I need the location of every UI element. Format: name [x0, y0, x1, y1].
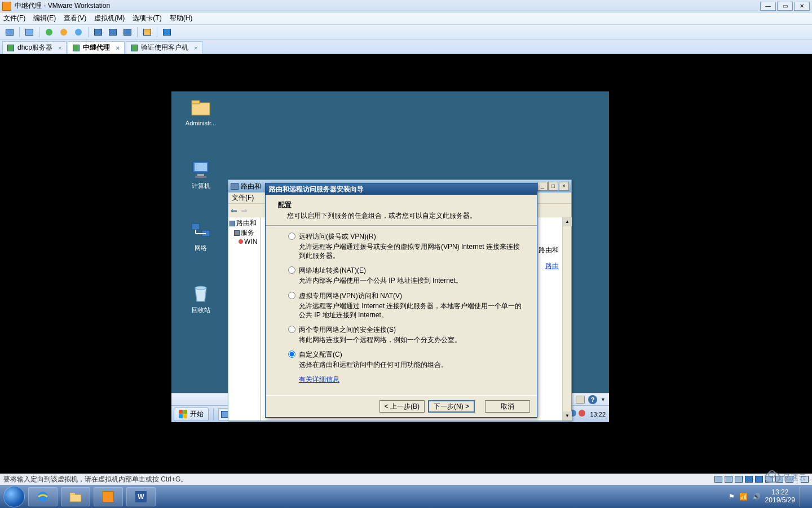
cloud-icon	[765, 472, 780, 483]
tb-reset-icon[interactable]	[72, 27, 85, 38]
option-remote-access[interactable]: 远程访问(拨号或 VPN)(R) 允许远程客户端通过拨号或安全的虚拟专用网络(V…	[288, 232, 522, 260]
svg-point-10	[195, 286, 206, 290]
option-label: 自定义配置(C)	[299, 350, 342, 360]
mmc-close-button[interactable]: ×	[559, 182, 569, 191]
mmc-tree[interactable]: 路由和 服务 WIN	[228, 217, 261, 421]
wizard-titlebar[interactable]: 路由和远程访问服务器安装向导	[266, 183, 537, 195]
tb-power-on-icon[interactable]	[43, 27, 55, 38]
tray-alert-icon[interactable]	[579, 410, 585, 418]
option-nat[interactable]: 网络地址转换(NAT)(E) 允许内部客户端使用一个公共 IP 地址连接到 In…	[288, 266, 522, 285]
win7-tray: ⚑ 📶 🔊 13:22 2019/5/29	[729, 487, 809, 506]
radio-nat[interactable]	[288, 266, 295, 274]
chevron-down-icon[interactable]: ▼	[601, 397, 606, 402]
cancel-button[interactable]: 取消	[485, 400, 530, 413]
icon-label: Administr...	[180, 120, 221, 126]
recycle-bin-icon	[189, 282, 212, 305]
radio-site-to-site[interactable]	[288, 326, 295, 333]
mmc-scrollbar[interactable]	[562, 217, 571, 421]
host-max-button[interactable]: ▭	[777, 2, 793, 11]
tb-library-icon[interactable]	[3, 27, 16, 38]
mmc-fwd-icon[interactable]: ⇒	[241, 206, 248, 215]
status-text: 要将输入定向到该虚拟机，请在虚拟机内部单击或按 Ctrl+G。	[3, 475, 187, 484]
menu-file[interactable]: 文件(F)	[3, 14, 25, 23]
tab-close-icon[interactable]: ×	[116, 45, 119, 51]
option-label: 网络地址转换(NAT)(E)	[299, 266, 366, 275]
device-net2-icon[interactable]	[755, 476, 763, 483]
svg-rect-5	[195, 176, 206, 178]
mmc-menu-file[interactable]: 文件(F)	[232, 193, 254, 203]
svg-rect-4	[197, 174, 204, 176]
svg-rect-13	[179, 414, 183, 418]
mmc-back-icon[interactable]: ⇐	[231, 206, 237, 215]
option-label: 两个专用网络之间的安全连接(S)	[299, 325, 396, 335]
option-desc: 允许内部客户端使用一个公共 IP 地址连接到 Internet。	[288, 276, 522, 285]
option-desc: 将此网络连接到一个远程网络，例如一个分支办公室。	[288, 335, 522, 344]
radio-vpn-nat[interactable]	[288, 292, 295, 299]
content-link[interactable]: 路由	[545, 261, 559, 271]
menu-tabs[interactable]: 选项卡(T)	[133, 14, 161, 23]
next-button[interactable]: 下一步(N) >	[428, 400, 475, 413]
win7-clock-date[interactable]: 2019/5/29	[765, 497, 795, 504]
host-min-button[interactable]: —	[760, 2, 776, 11]
tb-suspend-icon[interactable]	[58, 27, 70, 38]
tray-flag-icon[interactable]: ⚑	[729, 493, 735, 501]
tab-close-icon[interactable]: ×	[194, 45, 197, 51]
radio-custom[interactable]	[288, 351, 295, 358]
mmc-max-button[interactable]: □	[548, 182, 558, 191]
task-explorer[interactable]	[61, 487, 90, 506]
tb-fullscreen-icon[interactable]	[161, 27, 173, 38]
tree-icon	[230, 221, 235, 226]
task-vmware[interactable]	[94, 487, 123, 506]
vm-tab-client[interactable]: 验证使用客户机 ×	[126, 41, 202, 54]
option-custom[interactable]: 自定义配置(C) 选择在路由和远程访问中的任何可用功能的组合。	[288, 350, 522, 369]
task-word[interactable]: W	[126, 487, 156, 506]
more-info-link[interactable]: 有关详细信息	[299, 375, 339, 383]
wizard-heading: 配置	[278, 200, 520, 210]
option-vpn-nat[interactable]: 虚拟专用网络(VPN)访问和 NAT(V) 允许远程客户端通过 Internet…	[288, 291, 522, 319]
win7-start-orb[interactable]	[3, 486, 25, 507]
radio-remote-access[interactable]	[288, 233, 295, 240]
vm-tab-dhcp[interactable]: dhcp服务器 ×	[2, 41, 67, 54]
desktop-icon-computer[interactable]: 计算机	[180, 158, 221, 190]
device-hdd-icon[interactable]	[714, 476, 722, 483]
device-floppy-icon[interactable]	[735, 476, 743, 483]
host-statusbar: 要将输入定向到该虚拟机，请在虚拟机内部单击或按 Ctrl+G。	[0, 474, 812, 485]
menu-edit[interactable]: 编辑(E)	[33, 14, 56, 23]
tab-close-icon[interactable]: ×	[58, 45, 61, 51]
task-ie[interactable]	[28, 487, 58, 506]
win7-clock-time[interactable]: 13:22	[765, 489, 795, 496]
desktop-icon-network[interactable]: 网络	[180, 220, 221, 252]
mmc-min-button[interactable]: _	[537, 182, 548, 191]
vm-icon	[73, 45, 80, 51]
tray-volume-icon[interactable]: 🔊	[752, 493, 761, 501]
host-toolbar	[0, 25, 812, 40]
menu-view[interactable]: 查看(V)	[64, 14, 86, 23]
desktop-icon-admin[interactable]: Administr...	[180, 96, 221, 126]
menu-vm[interactable]: 虚拟机(M)	[94, 14, 125, 23]
show-desktop-button[interactable]	[800, 487, 805, 506]
tb-snapshot-manager-icon[interactable]	[107, 27, 119, 38]
tb-revert-icon[interactable]	[121, 27, 134, 38]
help-icon[interactable]: ?	[588, 395, 597, 404]
device-cd-icon[interactable]	[725, 476, 732, 483]
icon-label: 回收站	[180, 306, 221, 314]
desktop-icon-recycle[interactable]: 回收站	[180, 282, 221, 314]
vm-tab-relay[interactable]: 中继代理 ×	[68, 41, 124, 54]
mmc-title-text: 路由和	[241, 182, 261, 191]
back-button[interactable]: < 上一步(B)	[379, 400, 425, 413]
device-net1-icon[interactable]	[745, 476, 753, 483]
start-button[interactable]: 开始	[174, 408, 209, 421]
option-site-to-site[interactable]: 两个专用网络之间的安全连接(S) 将此网络连接到一个远程网络，例如一个分支办公室…	[288, 325, 522, 344]
keyboard-icon[interactable]	[576, 396, 585, 404]
tree-label: 服务	[241, 228, 254, 238]
tb-unity-icon[interactable]	[141, 27, 153, 38]
option-label: 虚拟专用网络(VPN)访问和 NAT(V)	[299, 291, 402, 301]
host-close-button[interactable]: ✕	[794, 2, 810, 11]
host-title: 中继代理 - VMware Workstation	[15, 1, 110, 11]
host-menubar: 文件(F) 编辑(E) 查看(V) 虚拟机(M) 选项卡(T) 帮助(H)	[0, 12, 812, 25]
guest-clock[interactable]: 13:22	[590, 411, 606, 418]
tray-network-icon[interactable]: 📶	[739, 493, 748, 501]
tb-vm-icon[interactable]	[23, 27, 36, 38]
menu-help[interactable]: 帮助(H)	[170, 14, 193, 23]
tb-snapshot-icon[interactable]	[92, 27, 104, 38]
